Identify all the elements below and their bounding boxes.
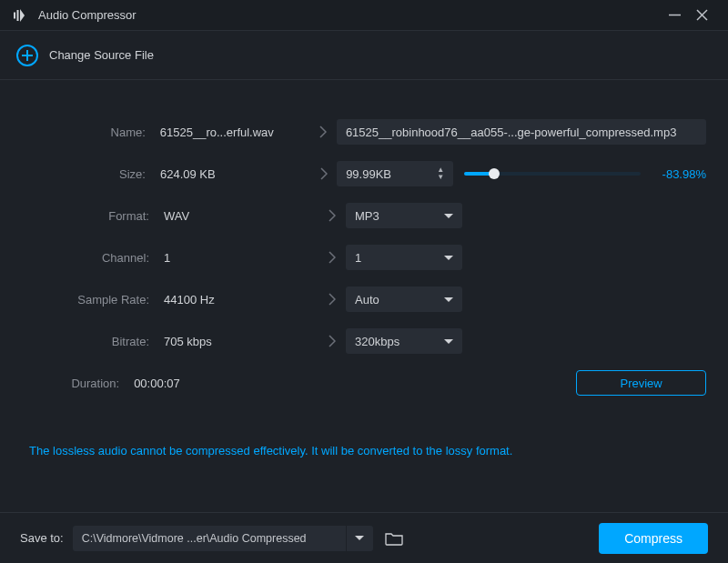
output-format-dropdown[interactable]: MP3 bbox=[346, 203, 462, 228]
size-slider[interactable] bbox=[464, 172, 640, 176]
svg-rect-1 bbox=[17, 10, 19, 21]
output-channel-dropdown[interactable]: 1 bbox=[346, 245, 462, 270]
arrow-icon bbox=[318, 335, 346, 347]
chevron-down-icon bbox=[444, 214, 453, 218]
arrow-icon bbox=[318, 209, 346, 222]
row-channel: Channel: 1 1 bbox=[22, 236, 706, 278]
chevron-down-icon bbox=[444, 256, 453, 260]
compress-button[interactable]: Compress bbox=[599, 523, 708, 554]
conversion-note: The lossless audio cannot be compressed … bbox=[22, 444, 706, 457]
row-format: Format: WAV MP3 bbox=[22, 195, 706, 236]
label-channel: Channel: bbox=[22, 251, 160, 265]
row-name: Name: 61525__ro...erful.wav 61525__robin… bbox=[22, 111, 706, 153]
label-size: Size: bbox=[22, 167, 157, 181]
size-decrease-icon[interactable]: ▼ bbox=[437, 174, 444, 181]
source-format: WAV bbox=[160, 209, 318, 223]
footer: Save to: C:\Vidmore\Vidmore ...er\Audio … bbox=[0, 512, 728, 563]
minimize-button[interactable] bbox=[661, 2, 688, 29]
save-to-label: Save to: bbox=[20, 531, 64, 545]
preview-button[interactable]: Preview bbox=[576, 370, 706, 396]
chevron-down-icon bbox=[355, 536, 364, 540]
row-size: Size: 624.09 KB 99.99KB ▲ ▼ -83.98% bbox=[22, 153, 706, 195]
source-sample-rate: 44100 Hz bbox=[160, 293, 318, 307]
source-duration: 00:00:07 bbox=[130, 377, 252, 390]
row-sample-rate: Sample Rate: 44100 Hz Auto bbox=[22, 278, 706, 320]
svg-rect-0 bbox=[14, 12, 15, 18]
titlebar: Audio Compressor bbox=[0, 0, 728, 31]
change-source-button[interactable]: Change Source File bbox=[49, 48, 154, 62]
arrow-icon bbox=[310, 167, 337, 180]
size-reduction-percent: -83.98% bbox=[662, 167, 706, 181]
output-size-value: 99.99KB bbox=[346, 167, 391, 181]
label-sample-rate: Sample Rate: bbox=[22, 293, 160, 307]
chevron-down-icon bbox=[444, 297, 453, 302]
row-duration: Duration: 00:00:07 Preview bbox=[22, 362, 706, 404]
toolbar: Change Source File bbox=[0, 31, 728, 80]
arrow-icon bbox=[318, 293, 346, 306]
arrow-icon bbox=[310, 126, 337, 138]
source-name: 61525__ro...erful.wav bbox=[157, 126, 310, 139]
close-button[interactable] bbox=[688, 2, 715, 29]
save-path-dropdown[interactable] bbox=[346, 526, 373, 551]
label-bitrate: Bitrate: bbox=[22, 335, 160, 348]
label-name: Name: bbox=[22, 126, 157, 139]
source-size: 624.09 KB bbox=[157, 167, 310, 181]
output-bitrate-dropdown[interactable]: 320kbps bbox=[346, 328, 462, 354]
chevron-down-icon bbox=[444, 339, 453, 344]
add-file-icon[interactable] bbox=[16, 45, 38, 66]
output-name-field[interactable]: 61525__robinhood76__aa055-...ge-powerful… bbox=[337, 119, 706, 145]
app-title: Audio Compressor bbox=[38, 8, 136, 22]
row-bitrate: Bitrate: 705 kbps 320kbps bbox=[22, 320, 706, 362]
source-bitrate: 705 kbps bbox=[160, 335, 318, 348]
browse-folder-button[interactable] bbox=[382, 529, 406, 548]
svg-marker-2 bbox=[20, 9, 25, 22]
app-icon bbox=[13, 9, 29, 22]
source-channel: 1 bbox=[160, 251, 318, 265]
output-sample-rate-dropdown[interactable]: Auto bbox=[346, 287, 462, 312]
label-duration: Duration: bbox=[22, 377, 130, 390]
content-area: Name: 61525__ro...erful.wav 61525__robin… bbox=[0, 80, 728, 457]
label-format: Format: bbox=[22, 209, 160, 223]
save-path-field[interactable]: C:\Vidmore\Vidmore ...er\Audio Compresse… bbox=[73, 526, 346, 551]
arrow-icon bbox=[318, 251, 346, 264]
output-size-stepper[interactable]: 99.99KB ▲ ▼ bbox=[337, 161, 453, 186]
